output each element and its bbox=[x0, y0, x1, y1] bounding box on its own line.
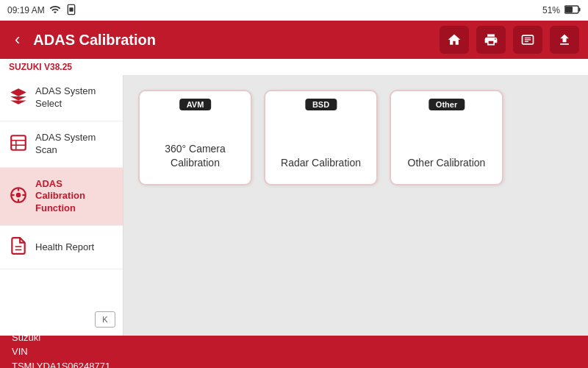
svg-rect-4 bbox=[579, 7, 581, 11]
adas-calibration-icon bbox=[9, 185, 28, 208]
card-other[interactable]: Other Other Calibration bbox=[390, 90, 503, 185]
back-button[interactable]: ‹ bbox=[9, 27, 26, 52]
header-title: ADAS Calibration bbox=[33, 32, 432, 49]
avm-label: 360° CameraCalibration bbox=[165, 142, 226, 171]
svg-point-14 bbox=[16, 193, 21, 198]
card-avm[interactable]: AVM 360° CameraCalibration bbox=[138, 90, 252, 185]
battery-icon bbox=[564, 5, 581, 16]
print-button[interactable] bbox=[476, 26, 506, 54]
version-bar: SUZUKI V38.25 bbox=[0, 59, 588, 75]
sidebar-item-adas-system-scan[interactable]: ADAS System Scan bbox=[0, 121, 123, 168]
sidebar-item-health-report[interactable]: Health Report bbox=[0, 226, 123, 269]
svg-rect-9 bbox=[11, 135, 26, 150]
vehicle-make: Suzuki bbox=[12, 330, 110, 345]
adas-button[interactable] bbox=[513, 26, 542, 54]
adas-calibration-function-label: ADAS Calibration Function bbox=[35, 178, 114, 216]
other-badge: Other bbox=[429, 99, 465, 110]
status-bar: 09:19 AM 51% bbox=[0, 0, 588, 21]
export-button[interactable] bbox=[550, 26, 579, 54]
svg-rect-3 bbox=[565, 7, 573, 13]
sim-icon bbox=[65, 4, 77, 18]
health-report-label: Health Report bbox=[35, 241, 94, 254]
sidebar: ADAS System Select ADAS System Scan ADAS… bbox=[0, 75, 123, 368]
home-button[interactable] bbox=[440, 26, 469, 54]
battery-level: 51% bbox=[542, 5, 560, 15]
bsd-badge: BSD bbox=[305, 99, 337, 110]
bottom-bar: Suzuki VIN TSMLYDA1S06248771 bbox=[0, 336, 588, 368]
other-label: Other Calibration bbox=[408, 156, 486, 171]
vehicle-vin: VIN TSMLYDA1S06248771 bbox=[12, 344, 110, 368]
card-bsd[interactable]: BSD Radar Calibration bbox=[264, 90, 378, 185]
vin-info: Suzuki VIN TSMLYDA1S06248771 bbox=[12, 330, 110, 368]
svg-rect-1 bbox=[69, 7, 73, 11]
status-time: 09:19 AM bbox=[7, 5, 45, 15]
version-text: SUZUKI V38.25 bbox=[9, 62, 72, 72]
adas-system-select-label: ADAS System Select bbox=[35, 85, 114, 110]
sidebar-item-adas-system-select[interactable]: ADAS System Select bbox=[0, 75, 123, 121]
health-report-icon bbox=[9, 236, 28, 258]
wifi-icon bbox=[49, 4, 61, 18]
bsd-label: Radar Calibration bbox=[281, 156, 361, 171]
avm-badge: AVM bbox=[179, 99, 212, 110]
adas-system-select-icon bbox=[9, 87, 28, 109]
main-layout: ADAS System Select ADAS System Scan ADAS… bbox=[0, 75, 588, 368]
adas-system-scan-icon bbox=[9, 133, 28, 155]
adas-system-scan-label: ADAS System Scan bbox=[35, 132, 114, 157]
sidebar-item-adas-calibration-function[interactable]: ADAS Calibration Function bbox=[0, 168, 123, 227]
k-button[interactable]: K bbox=[95, 311, 115, 328]
header: ‹ ADAS Calibration bbox=[0, 21, 588, 59]
content-area: AVM 360° CameraCalibration BSD Radar Cal… bbox=[123, 75, 588, 368]
cards-row: AVM 360° CameraCalibration BSD Radar Cal… bbox=[138, 90, 573, 185]
